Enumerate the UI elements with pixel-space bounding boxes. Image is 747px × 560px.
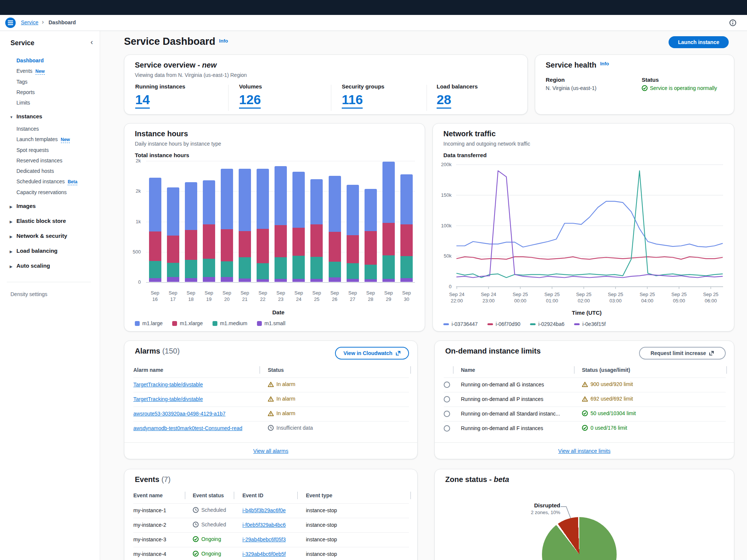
stat-value-link[interactable]: 14 bbox=[135, 93, 150, 109]
x-tick-label: Sep20 bbox=[218, 290, 236, 302]
column-divider[interactable] bbox=[185, 492, 185, 499]
stat-value-link[interactable]: 28 bbox=[437, 93, 451, 109]
sidebar-item-scheduled-instances[interactable]: Scheduled instancesBeta bbox=[16, 176, 94, 187]
x-tick-label: Sep21 bbox=[236, 290, 254, 302]
stat-value-link[interactable]: 126 bbox=[239, 93, 261, 109]
legend-item-i-0e36f15f[interactable]: i-0e36f15f bbox=[574, 321, 605, 327]
bar-segment-m1.medium bbox=[400, 256, 413, 278]
sidebar-item-dedicated-hosts[interactable]: Dedicated hosts bbox=[16, 166, 94, 176]
sidebar-item-reports[interactable]: Reports bbox=[16, 87, 94, 97]
menu-icon[interactable] bbox=[5, 18, 16, 28]
sidebar-item-instances[interactable]: Instances bbox=[16, 124, 94, 134]
zone-status-pie[interactable] bbox=[542, 517, 617, 560]
sidebar-section-images[interactable]: ▶Images bbox=[16, 200, 94, 212]
sidebar-item-dashboard[interactable]: Dashboard bbox=[16, 55, 94, 66]
x-tick-label: Sep29 bbox=[379, 290, 397, 302]
bar-segment-m1.large bbox=[329, 176, 341, 232]
row-radio[interactable] bbox=[444, 411, 450, 417]
row-divider bbox=[444, 392, 726, 392]
column-header-alarm-name[interactable]: Alarm name bbox=[133, 367, 163, 373]
alarm-status: In alarm bbox=[268, 381, 295, 387]
column-header-event-status[interactable]: Event status bbox=[193, 492, 224, 498]
column-divider[interactable] bbox=[234, 492, 234, 499]
column-header-event-name[interactable]: Event name bbox=[133, 492, 163, 498]
x-tick-label: Sep25 bbox=[308, 290, 326, 302]
column-divider[interactable] bbox=[297, 492, 298, 499]
legend-item-i-03736447[interactable]: i-03736447 bbox=[443, 321, 478, 327]
sidebar-section-load-balancing[interactable]: ▶Load balancing bbox=[16, 245, 94, 257]
sidebar-section-instances[interactable]: ▼Instances bbox=[16, 111, 94, 123]
column-divider[interactable] bbox=[410, 366, 411, 374]
sidebar-item-launch-templates[interactable]: Launch templatesNew bbox=[16, 134, 94, 145]
sidebar-item-reserved-instances[interactable]: Reserved instances bbox=[16, 155, 94, 166]
bar-segment-m1.xlarge bbox=[329, 232, 341, 262]
service-overview-card: Service overview - new Viewing data from… bbox=[124, 55, 528, 115]
info-icon[interactable] bbox=[729, 19, 737, 27]
column-header-status[interactable]: Status (usage/limit) bbox=[582, 367, 630, 373]
alarm-name-link[interactable]: TargetTracking-table/divstable bbox=[133, 396, 203, 402]
event-id-link[interactable]: i-b4b5f3b29ac6f0e bbox=[242, 507, 286, 513]
chevron-down-icon: ▼ bbox=[10, 112, 16, 123]
event-name: my-instance-1 bbox=[133, 507, 166, 513]
event-id-link[interactable]: i-29ab4bebc6f05f3 bbox=[242, 536, 286, 542]
info-link[interactable]: Info bbox=[219, 38, 228, 44]
alarms-count: (150) bbox=[162, 347, 180, 355]
sidebar-item-tags[interactable]: Tags bbox=[16, 77, 94, 87]
column-header-event-type[interactable]: Event type bbox=[306, 492, 332, 498]
new-badge[interactable]: New bbox=[61, 137, 70, 143]
request-limit-increase-button[interactable]: Request limit increase bbox=[639, 347, 726, 360]
divider bbox=[228, 85, 229, 111]
legend-item-m1.medium[interactable]: m1.medium bbox=[213, 320, 247, 326]
beta-badge[interactable]: Beta bbox=[68, 179, 77, 185]
view-all-alarms-link[interactable]: View all alarms bbox=[124, 448, 417, 454]
legend-item-m1.large[interactable]: m1.large bbox=[135, 320, 162, 326]
sidebar-section-elastic-block-store[interactable]: ▶Elastic block store bbox=[16, 215, 94, 227]
sidebar-item-spot-requests[interactable]: Spot requests bbox=[16, 145, 94, 155]
stat-value-link[interactable]: 116 bbox=[342, 93, 363, 109]
limit-status: 50 used/10304 limit bbox=[582, 410, 636, 416]
row-radio[interactable] bbox=[444, 425, 450, 432]
bar-segment-m1.medium bbox=[149, 261, 161, 278]
alarm-name-link[interactable]: awsdynamodb-test0mark0test-Consumed-read bbox=[133, 425, 242, 431]
sidebar-collapse-icon[interactable]: ‹ bbox=[90, 38, 93, 46]
x-axis-labels: Sep 2422:00Sep 2423:00Sep 2500:00Sep 250… bbox=[456, 291, 723, 306]
chevron-right-icon: ▶ bbox=[10, 231, 16, 242]
column-header-event-id[interactable]: Event ID bbox=[242, 492, 263, 498]
column-divider[interactable] bbox=[260, 366, 260, 374]
alarm-name-link[interactable]: awsroute53-303920aa-0498-4129-a1b7 bbox=[133, 411, 226, 417]
bar-segment-m1.medium bbox=[329, 262, 341, 277]
row-radio[interactable] bbox=[444, 382, 450, 388]
column-divider[interactable] bbox=[453, 366, 453, 374]
view-in-cloudwatch-button[interactable]: View in Cloudwatch bbox=[335, 347, 409, 360]
column-header-status[interactable]: Status bbox=[268, 367, 284, 373]
sidebar-item-density-settings[interactable]: Density settings bbox=[10, 291, 94, 297]
row-radio[interactable] bbox=[444, 396, 450, 402]
instance-hours-card: Instance hours Daily instance hours by i… bbox=[124, 123, 425, 332]
event-id-link[interactable]: i-f0eb5f329ab4bc6 bbox=[242, 522, 286, 528]
sidebar-section-auto-scaling[interactable]: ▶Auto scaling bbox=[16, 260, 94, 272]
sidebar-item-limits[interactable]: Limits bbox=[16, 97, 94, 108]
column-divider[interactable] bbox=[410, 492, 411, 499]
event-id-link[interactable]: i-329ab4bc6f0eb5f bbox=[242, 551, 286, 557]
sidebar-item-events[interactable]: EventsNew bbox=[16, 66, 94, 77]
info-link[interactable]: Info bbox=[600, 61, 609, 66]
bar-segment-m1.medium bbox=[185, 260, 197, 279]
legend-label: i-06f70d90 bbox=[496, 321, 520, 327]
new-badge[interactable]: New bbox=[35, 69, 45, 75]
breadcrumb-service-link[interactable]: Service bbox=[21, 19, 38, 25]
network-traffic-subtitle: Incoming and outgoing network traffic bbox=[443, 141, 530, 147]
legend-label: m1.xlarge bbox=[180, 320, 202, 326]
legend-item-m1.xlarge[interactable]: m1.xlarge bbox=[172, 320, 202, 326]
sidebar-item-capacity-reservations[interactable]: Capacity reservations bbox=[16, 187, 94, 197]
legend-item-i-02924ba6[interactable]: i-02924ba6 bbox=[530, 321, 564, 327]
view-all-instance-limits-link[interactable]: View all instance limits bbox=[435, 448, 734, 454]
legend-item-m1.small[interactable]: m1.small bbox=[257, 320, 285, 326]
column-divider[interactable] bbox=[574, 366, 574, 374]
sidebar-section-network-security[interactable]: ▶Network & security bbox=[16, 230, 94, 242]
legend-item-i-06f70d90[interactable]: i-06f70d90 bbox=[487, 321, 520, 327]
alarm-name-link[interactable]: TargetTracking-table/divstable bbox=[133, 382, 203, 388]
column-header-name[interactable]: Name bbox=[461, 367, 475, 373]
x-tick-label: Sep23 bbox=[272, 290, 290, 302]
column-divider[interactable] bbox=[726, 366, 727, 374]
launch-instance-button[interactable]: Launch instance bbox=[669, 36, 729, 48]
